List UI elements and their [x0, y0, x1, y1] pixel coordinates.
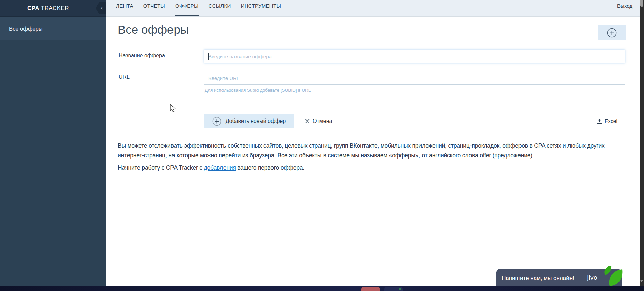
top-navigation: ЛЕНТА ОТЧЕТЫ ОФФЕРЫ ССЫЛКИ ИНСТРУМЕНТЫ: [106, 0, 291, 16]
offer-name-input[interactable]: [204, 50, 625, 63]
getting-started-paragraph: Начните работу с CPA Tracker с добавлени…: [118, 164, 304, 172]
x-cross-icon: [305, 119, 310, 124]
tab-otchety[interactable]: ОТЧЕТЫ: [143, 0, 165, 16]
url-input[interactable]: [204, 71, 625, 85]
logout-link[interactable]: Выход: [617, 0, 640, 16]
subid-hint: Для использования SubId добавьте [SUBID]…: [205, 88, 311, 93]
chevron-left-icon: ‹: [100, 5, 103, 11]
intro-paragraph: Вы можете отслеживать эффективность собс…: [118, 141, 623, 160]
background-window-strip: [0, 286, 644, 291]
jivo-green-leaf-icon: [602, 265, 623, 286]
main-content: Все офферы Название оффера URL Для испол…: [106, 17, 640, 286]
add-offer-link[interactable]: добавления: [204, 164, 236, 171]
app-logo: CPATRACKER: [27, 5, 69, 12]
start-text-prefix: Начните работу с CPA Tracker с: [118, 164, 204, 171]
cancel-label: Отмена: [313, 118, 332, 124]
text-caret: [208, 53, 209, 60]
chat-message: Напишите нам, мы онлайн!: [496, 275, 574, 282]
sidebar-header: CPATRACKER ‹: [0, 0, 106, 17]
tab-offery-active[interactable]: ОФФЕРЫ: [175, 0, 199, 16]
background-red-button-artifact: [361, 287, 380, 291]
app-logo-bold: CPA: [27, 5, 39, 11]
cancel-button[interactable]: Отмена: [305, 114, 332, 128]
scrollbar-down-arrow-icon[interactable]: [640, 280, 643, 282]
add-new-offer-button[interactable]: Добавить новый оффер: [204, 114, 294, 128]
scrollbar-thumb[interactable]: [640, 0, 643, 7]
offer-name-label: Название оффера: [119, 53, 165, 59]
background-green-dot-artifact: [399, 288, 401, 290]
excel-export-button[interactable]: Excel: [597, 116, 617, 126]
circled-plus-icon: [212, 117, 221, 126]
app-logo-light: TRACKER: [41, 5, 69, 11]
url-label: URL: [119, 74, 130, 80]
page-title: Все офферы: [118, 23, 189, 36]
sidebar: CPATRACKER ‹ Все офферы: [0, 0, 106, 286]
topbar: ЛЕНТА ОТЧЕТЫ ОФФЕРЫ ССЫЛКИ ИНСТРУМЕНТЫ В…: [106, 0, 640, 17]
tab-lenta[interactable]: ЛЕНТА: [116, 0, 133, 16]
add-new-offer-label: Добавить новый оффер: [226, 118, 286, 124]
sidebar-item-label: Все офферы: [9, 26, 43, 32]
start-text-suffix: вашего первого оффера.: [236, 164, 304, 171]
tab-ssylki[interactable]: ССЫЛКИ: [209, 0, 231, 16]
sidebar-collapse-button[interactable]: ‹: [96, 2, 106, 14]
circled-plus-icon: [607, 28, 617, 38]
sidebar-item-all-offers[interactable]: Все офферы: [0, 17, 106, 40]
jivo-chat-widget[interactable]: Напишите нам, мы онлайн! jivo: [496, 269, 622, 288]
add-offer-top-button[interactable]: [598, 25, 626, 40]
tab-instrumenty[interactable]: ИНСТРУМЕНТЫ: [241, 0, 281, 16]
app-window: CPATRACKER ‹ Все офферы ЛЕНТА ОТЧЕТЫ ОФФ…: [0, 0, 644, 291]
upload-icon: [597, 118, 602, 124]
scrollbar-track[interactable]: [640, 0, 644, 286]
jivo-logo: jivo: [587, 274, 597, 281]
excel-label: Excel: [605, 118, 617, 124]
